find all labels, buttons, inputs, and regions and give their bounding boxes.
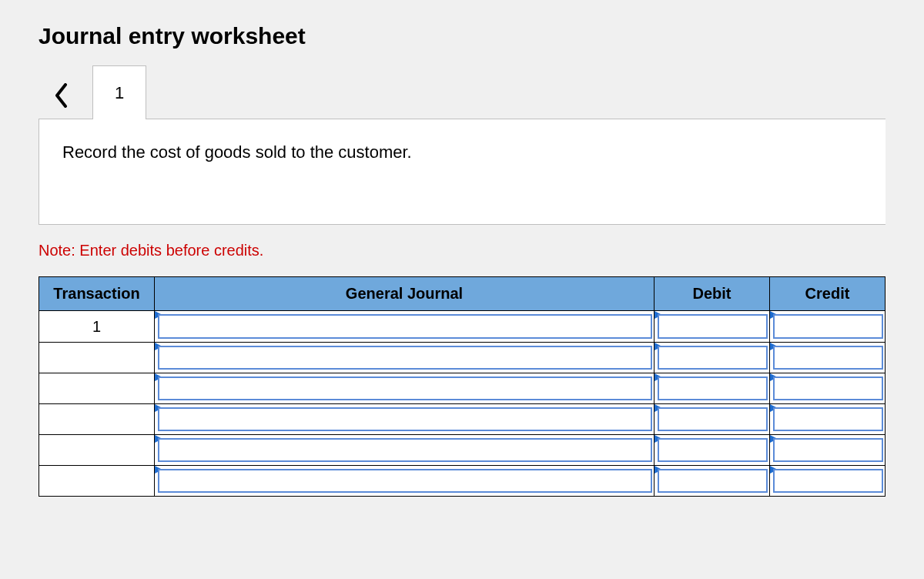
cell-general-journal[interactable]	[155, 373, 654, 404]
input-general-journal[interactable]	[158, 469, 652, 493]
cell-debit[interactable]	[654, 373, 770, 404]
cell-general-journal[interactable]	[155, 404, 654, 435]
input-credit[interactable]	[773, 407, 883, 431]
cell-general-journal[interactable]	[155, 435, 654, 466]
input-debit[interactable]	[658, 438, 768, 462]
tab-1[interactable]: 1	[92, 65, 146, 119]
note-text: Note: Enter debits before credits.	[38, 242, 886, 259]
table-row	[39, 435, 886, 466]
cell-debit[interactable]	[654, 435, 770, 466]
page-title: Journal entry worksheet	[38, 23, 886, 49]
cell-credit[interactable]	[770, 404, 886, 435]
input-credit[interactable]	[773, 438, 883, 462]
th-debit: Debit	[654, 277, 770, 311]
input-debit[interactable]	[658, 407, 768, 431]
input-general-journal[interactable]	[158, 346, 652, 370]
table-row	[39, 373, 886, 404]
input-credit[interactable]	[773, 314, 883, 339]
cell-debit[interactable]	[654, 311, 770, 343]
input-debit[interactable]	[658, 377, 768, 400]
th-general-journal: General Journal	[155, 277, 654, 311]
input-general-journal[interactable]	[158, 438, 652, 462]
table-row	[39, 404, 886, 435]
table-row: 1	[39, 311, 886, 343]
cell-transaction: 1	[39, 311, 155, 343]
input-credit[interactable]	[773, 469, 883, 493]
chevron-left-icon	[54, 83, 69, 108]
cell-credit[interactable]	[770, 435, 886, 466]
cell-debit[interactable]	[654, 404, 770, 435]
th-transaction: Transaction	[39, 277, 155, 311]
cell-transaction	[39, 343, 155, 373]
cell-general-journal[interactable]	[155, 466, 654, 497]
cell-general-journal[interactable]	[155, 311, 654, 343]
cell-debit[interactable]	[654, 343, 770, 373]
journal-body: 1	[39, 311, 886, 497]
table-row	[39, 343, 886, 373]
cell-transaction	[39, 404, 155, 435]
cell-credit[interactable]	[770, 343, 886, 373]
input-credit[interactable]	[773, 377, 883, 400]
cell-credit[interactable]	[770, 373, 886, 404]
input-debit[interactable]	[658, 346, 768, 370]
tab-row: 1	[38, 65, 886, 119]
prev-button[interactable]	[38, 72, 85, 119]
instruction-box: Record the cost of goods sold to the cus…	[38, 119, 886, 225]
cell-transaction	[39, 435, 155, 466]
cell-debit[interactable]	[654, 466, 770, 497]
tab-label: 1	[115, 83, 124, 103]
th-credit: Credit	[770, 277, 886, 311]
input-general-journal[interactable]	[158, 314, 652, 339]
input-debit[interactable]	[658, 469, 768, 493]
input-general-journal[interactable]	[158, 407, 652, 431]
table-row	[39, 466, 886, 497]
cell-credit[interactable]	[770, 466, 886, 497]
journal-table: Transaction General Journal Debit Credit…	[38, 276, 886, 497]
cell-transaction	[39, 373, 155, 404]
input-debit[interactable]	[658, 314, 768, 339]
input-credit[interactable]	[773, 346, 883, 370]
cell-credit[interactable]	[770, 311, 886, 343]
cell-transaction	[39, 466, 155, 497]
input-general-journal[interactable]	[158, 377, 652, 400]
instruction-text: Record the cost of goods sold to the cus…	[62, 142, 412, 162]
cell-general-journal[interactable]	[155, 343, 654, 373]
